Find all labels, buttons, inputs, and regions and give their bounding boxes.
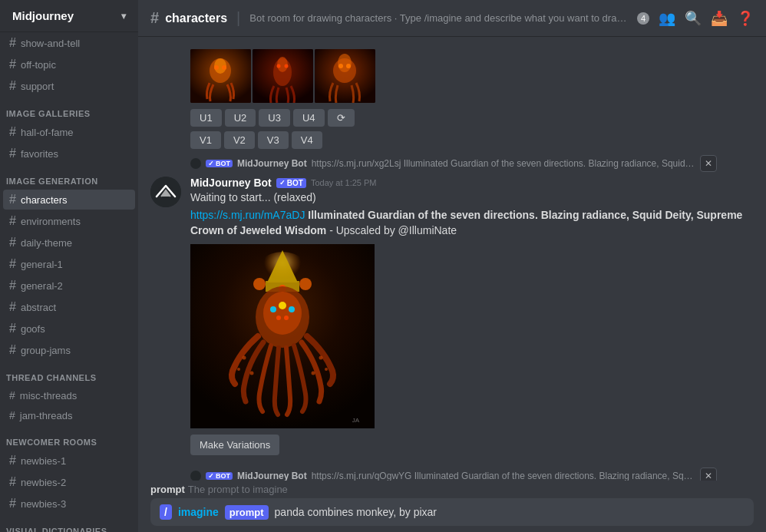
top-image-strip: U1 U2 U3 U4 ⟳ V1 V2 V3 V4 — [150, 49, 754, 149]
channel-label: characters — [21, 194, 68, 206]
main-content: # characters | Bot room for drawing char… — [138, 0, 766, 532]
svg-point-20 — [253, 278, 266, 290]
channel-label: misc-threads — [20, 390, 77, 401]
server-header[interactable]: Midjourney ▾ — [0, 0, 138, 32]
v1-button[interactable]: V1 — [190, 131, 221, 149]
members-icon[interactable]: 👥 — [659, 10, 675, 27]
prompt-keyword: prompt — [150, 484, 185, 495]
sidebar-item-goofs[interactable]: # goofs — [3, 319, 135, 339]
sidebar-item-general-2[interactable]: # general-2 — [3, 276, 135, 296]
preview-image-3 — [315, 49, 375, 103]
sidebar-item-daily-theme[interactable]: # daily-theme — [3, 233, 135, 253]
check-icon: ✓ — [208, 160, 214, 167]
u3-button[interactable]: U3 — [259, 109, 290, 127]
v4-button[interactable]: V4 — [292, 131, 322, 149]
svg-point-24 — [263, 292, 302, 335]
channel-label: newbies-3 — [21, 498, 66, 510]
sidebar-item-favorites[interactable]: # favorites — [3, 144, 135, 164]
bot-username-1: MidJourney Bot — [190, 177, 272, 189]
u2-button[interactable]: U2 — [225, 109, 256, 127]
channel-label: goofs — [21, 323, 45, 335]
svg-point-27 — [289, 306, 295, 312]
sidebar-item-characters[interactable]: # characters — [3, 190, 135, 210]
message-group-1: MidJourney Bot ✓ BOT Today at 1:25 PM Wa… — [150, 177, 754, 455]
hash-icon: # — [9, 343, 16, 357]
message-text-1: Waiting to start... (relaxed) — [190, 190, 754, 205]
param-label: prompt — [225, 505, 269, 520]
topbar-description: Bot room for drawing characters · Type /… — [249, 12, 631, 24]
svg-point-14 — [346, 64, 351, 68]
hash-icon: # — [9, 214, 16, 228]
input-value[interactable]: panda combines monkey, by pixar — [275, 506, 745, 518]
channel-label: newbies-1 — [21, 455, 66, 467]
channel-label: abstract — [21, 302, 56, 313]
channel-label: group-jams — [21, 345, 71, 356]
help-icon[interactable]: ❓ — [737, 10, 754, 27]
sidebar-item-group-jams[interactable]: # group-jams — [3, 340, 135, 360]
dismiss-ref-button-2[interactable]: ✕ — [700, 468, 717, 481]
topbar-icons: 4 👥 🔍 📥 ❓ — [637, 10, 754, 27]
message-content-1: MidJourney Bot ✓ BOT Today at 1:25 PM Wa… — [190, 177, 754, 455]
sidebar-item-abstract[interactable]: # abstract — [3, 297, 135, 317]
sidebar-item-jam-threads[interactable]: # jam-threads — [3, 406, 135, 425]
bot-avatar-1 — [150, 177, 181, 207]
svg-point-33 — [319, 355, 323, 359]
sidebar-item-environments[interactable]: # environments — [3, 211, 135, 231]
large-image-container: JA Make Variations — [190, 244, 375, 455]
svg-point-13 — [338, 64, 343, 68]
sidebar: Midjourney ▾ # show-and-tell # off-topic… — [0, 0, 138, 532]
bot-label: BOT — [287, 179, 303, 187]
message-header-1: MidJourney Bot ✓ BOT Today at 1:25 PM — [190, 177, 754, 189]
svg-point-12 — [338, 54, 352, 72]
channel-label: favorites — [21, 148, 58, 160]
svg-point-26 — [279, 302, 286, 309]
hash-icon: # — [9, 300, 16, 314]
hash-icon: # — [9, 257, 16, 271]
hash-icon: # — [9, 497, 16, 511]
channel-label: show-and-tell — [21, 38, 80, 49]
input-box[interactable]: / imagine prompt panda combines monkey, … — [150, 498, 754, 526]
u1-button[interactable]: U1 — [190, 109, 222, 127]
search-icon[interactable]: 🔍 — [685, 10, 702, 27]
hash-icon: # — [9, 193, 16, 207]
prompt-label-row: prompt The prompt to imagine — [138, 481, 766, 498]
ref-username: MidJourney Bot — [237, 158, 307, 169]
check-icon-2: ✓ — [208, 472, 214, 480]
sidebar-item-support[interactable]: # support — [3, 76, 135, 96]
sidebar-item-newbies-3[interactable]: # newbies-3 — [3, 494, 135, 514]
inbox-icon[interactable]: 📥 — [711, 10, 728, 27]
channel-label: environments — [21, 216, 81, 227]
server-chevron: ▾ — [121, 11, 126, 21]
bot-badge-1: ✓ BOT — [276, 178, 306, 188]
svg-point-30 — [243, 355, 246, 359]
channel-label: off-topic — [21, 59, 56, 71]
svg-point-9 — [285, 64, 289, 68]
sidebar-item-off-topic[interactable]: # off-topic — [3, 55, 135, 74]
topbar: # characters | Bot room for drawing char… — [138, 0, 766, 37]
channel-label: general-1 — [21, 259, 63, 270]
sidebar-item-newbies-1[interactable]: # newbies-1 — [3, 451, 135, 471]
sidebar-item-hall-of-fame[interactable]: # hall-of-fame — [3, 122, 135, 142]
svg-point-4 — [222, 65, 226, 70]
message-ref-row-1: ✓ BOT MidJourney Bot https://s.mj.run/xg… — [150, 155, 754, 175]
svg-point-21 — [299, 278, 312, 290]
u4-button[interactable]: U4 — [293, 109, 325, 127]
sidebar-item-misc-threads[interactable]: # misc-threads — [3, 386, 135, 405]
dismiss-ref-button[interactable]: ✕ — [700, 155, 717, 172]
v2-button[interactable]: V2 — [224, 131, 255, 149]
server-name: Midjourney — [12, 9, 74, 22]
sidebar-item-show-and-tell[interactable]: # show-and-tell — [3, 33, 135, 53]
svg-point-34 — [325, 368, 328, 371]
hash-icon: # — [9, 236, 16, 249]
creature-image-large: JA — [190, 244, 375, 428]
section-image-galleries: IMAGE GALLERIES — [0, 97, 138, 121]
message-link-1[interactable]: https://s.mj.run/mA7aDJ — [190, 209, 305, 221]
hash-icon: # — [9, 475, 16, 489]
v3-button[interactable]: V3 — [258, 131, 289, 149]
section-newcomer-rooms: NEWCOMER ROOMS — [0, 425, 138, 450]
refresh-button[interactable]: ⟳ — [328, 109, 355, 127]
sidebar-item-newbies-2[interactable]: # newbies-2 — [3, 472, 135, 492]
make-variations-button[interactable]: Make Variations — [190, 435, 279, 455]
svg-point-25 — [270, 306, 276, 312]
sidebar-item-general-1[interactable]: # general-1 — [3, 254, 135, 274]
